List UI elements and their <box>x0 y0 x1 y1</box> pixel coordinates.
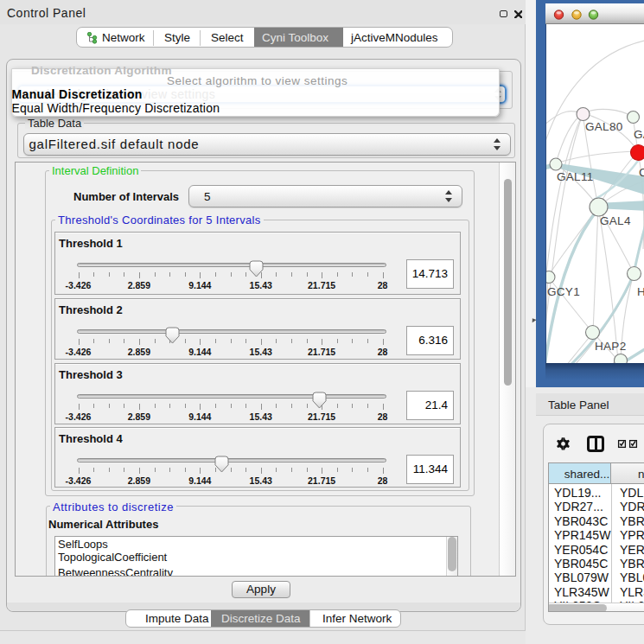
svg-text:GAL4: GAL4 <box>600 214 631 227</box>
svg-text:GAL11: GAL11 <box>557 170 594 183</box>
svg-text:H: H <box>637 285 644 298</box>
svg-text:GAL80: GAL80 <box>585 120 623 133</box>
svg-text:C: C <box>639 166 644 179</box>
svg-text:GA: GA <box>634 128 644 141</box>
svg-text:HAP2: HAP2 <box>595 340 626 353</box>
svg-text:GCY1: GCY1 <box>547 285 580 298</box>
